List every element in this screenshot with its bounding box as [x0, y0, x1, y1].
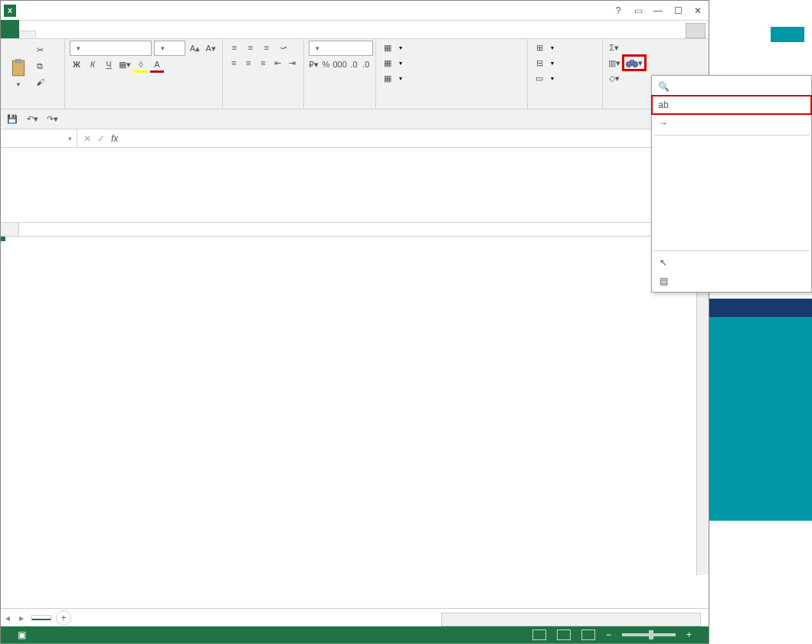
paste-button[interactable]: ▼	[5, 41, 31, 106]
redo-icon[interactable]: ↷▾	[45, 113, 59, 126]
copy-icon[interactable]: ⧉	[33, 59, 47, 73]
horizontal-scrollbar[interactable]	[441, 613, 701, 626]
view-normal-icon[interactable]	[532, 629, 546, 640]
format-as-table-button[interactable]: ▦▾	[381, 56, 522, 70]
zoom-out-icon[interactable]: −	[606, 629, 611, 640]
currency-icon[interactable]: ₽▾	[309, 57, 319, 71]
font-size-combo[interactable]: ▾	[154, 41, 186, 56]
account-icon[interactable]	[686, 23, 706, 38]
tab-data[interactable]	[82, 32, 97, 38]
save-icon[interactable]: 💾	[5, 113, 19, 126]
decrease-font-icon[interactable]: A▾	[204, 41, 218, 55]
group-styles-label	[381, 106, 522, 109]
menu-goto-special[interactable]	[652, 138, 811, 156]
menu-selection-pane[interactable]: ▤	[652, 272, 811, 290]
align-bottom-icon[interactable]: ≡	[260, 41, 273, 54]
align-left-icon[interactable]: ≡	[228, 56, 240, 70]
menu-data-validation[interactable]	[652, 230, 811, 248]
align-middle-icon[interactable]: ≡	[244, 41, 257, 54]
find-button-web[interactable]	[771, 27, 804, 42]
signup-button[interactable]	[709, 299, 812, 317]
orientation-icon[interactable]: ⤻	[276, 41, 290, 54]
menu-formulas[interactable]	[652, 156, 811, 175]
view-page-break-icon[interactable]	[581, 629, 595, 640]
underline-button[interactable]: Ч	[102, 57, 116, 71]
status-bar: ▣ − +	[1, 626, 709, 643]
view-page-layout-icon[interactable]	[557, 629, 571, 640]
tab-insert[interactable]	[36, 32, 51, 38]
select-all-corner[interactable]	[1, 223, 19, 236]
cut-icon[interactable]: ✂	[33, 43, 47, 57]
group-alignment-label	[228, 106, 299, 109]
comma-icon[interactable]: 000	[333, 57, 347, 71]
enter-formula-icon[interactable]: ✓	[97, 133, 105, 144]
name-box[interactable]: ▾	[1, 129, 77, 147]
zoom-slider[interactable]	[622, 633, 676, 636]
autosum-icon[interactable]: Σ▾	[607, 41, 621, 54]
delete-cells-button[interactable]: ⊟▾	[532, 56, 598, 70]
fx-icon[interactable]: fx	[111, 133, 118, 144]
align-center-icon[interactable]: ≡	[242, 56, 254, 70]
indent-decrease-icon[interactable]: ⇤	[272, 56, 284, 70]
align-top-icon[interactable]: ≡	[228, 41, 241, 54]
fill-icon[interactable]: ▥▾	[607, 56, 621, 70]
menu-find[interactable]: 🔍	[652, 77, 811, 96]
format-painter-icon[interactable]: 🖌	[33, 75, 47, 89]
tab-view[interactable]	[113, 32, 128, 38]
formula-bar-expanded-area	[1, 148, 709, 223]
fill-color-button[interactable]: ◊	[134, 57, 148, 71]
formula-bar: ▾ ✕ ✓ fx	[1, 129, 709, 148]
group-clipboard-label	[5, 106, 60, 109]
tab-file[interactable]	[1, 20, 19, 38]
zoom-in-icon[interactable]: +	[686, 629, 692, 640]
help-icon[interactable]: ?	[611, 4, 626, 18]
macro-record-icon[interactable]: ▣	[18, 629, 26, 640]
align-right-icon[interactable]: ≡	[257, 56, 269, 70]
group-font-label	[70, 106, 218, 109]
close-icon[interactable]: ✕	[690, 4, 706, 18]
decrease-decimal-icon[interactable]: .0	[361, 57, 371, 71]
undo-icon[interactable]: ↶▾	[25, 113, 39, 126]
menu-replace[interactable]: ab	[652, 96, 811, 114]
sheet-tab[interactable]	[31, 615, 51, 620]
clipboard-icon	[8, 58, 28, 78]
conditional-formatting-button[interactable]: ▦▾	[381, 41, 522, 54]
increase-font-icon[interactable]: A▴	[188, 41, 201, 55]
cell-styles-button[interactable]: ▦▾	[381, 71, 522, 85]
tab-formulas[interactable]	[67, 32, 82, 38]
sheet-nav-next[interactable]: ▸	[15, 613, 28, 623]
worksheet-grid[interactable]	[1, 223, 709, 575]
number-format-combo[interactable]: ▾	[309, 41, 373, 56]
indent-increase-icon[interactable]: ⇥	[286, 56, 299, 70]
clear-icon[interactable]: ◇▾	[607, 71, 621, 85]
menu-select-objects[interactable]: ↖	[652, 253, 811, 272]
italic-button[interactable]: К	[86, 57, 100, 71]
group-number-label	[309, 106, 371, 109]
tab-page-layout[interactable]	[51, 32, 67, 38]
font-name-combo[interactable]: ▾	[70, 41, 152, 56]
tab-home[interactable]	[19, 31, 36, 38]
bold-button[interactable]: Ж	[70, 57, 83, 71]
format-cells-button[interactable]: ▭▾	[532, 71, 598, 85]
font-color-button[interactable]: A	[150, 57, 164, 71]
sheet-nav-prev[interactable]: ◂	[1, 613, 15, 623]
tab-review[interactable]	[97, 32, 113, 38]
menu-comments[interactable]	[652, 175, 811, 193]
percent-icon[interactable]: %	[321, 57, 331, 71]
menu-constants[interactable]	[652, 211, 811, 230]
ribbon-options-icon[interactable]: ▭	[630, 4, 646, 18]
cancel-formula-icon[interactable]: ✕	[83, 133, 91, 144]
maximize-icon[interactable]: ☐	[670, 4, 686, 18]
find-select-button[interactable]: ▾	[624, 56, 645, 70]
increase-decimal-icon[interactable]: .0	[349, 57, 359, 71]
tab-developer[interactable]	[128, 32, 143, 38]
add-sheet-button[interactable]: +	[56, 610, 71, 626]
insert-cells-button[interactable]: ⊞▾	[532, 41, 598, 54]
border-button[interactable]: ▦▾	[118, 57, 132, 71]
find-select-menu: 🔍 ab → ↖ ▤	[651, 75, 812, 293]
minimize-icon[interactable]: —	[650, 4, 666, 18]
excel-icon: X	[4, 5, 16, 17]
excel-window: X ? ▭ — ☐ ✕ ▼	[0, 0, 709, 644]
menu-goto[interactable]: →	[652, 114, 811, 132]
menu-conditional-formatting[interactable]	[652, 193, 811, 211]
